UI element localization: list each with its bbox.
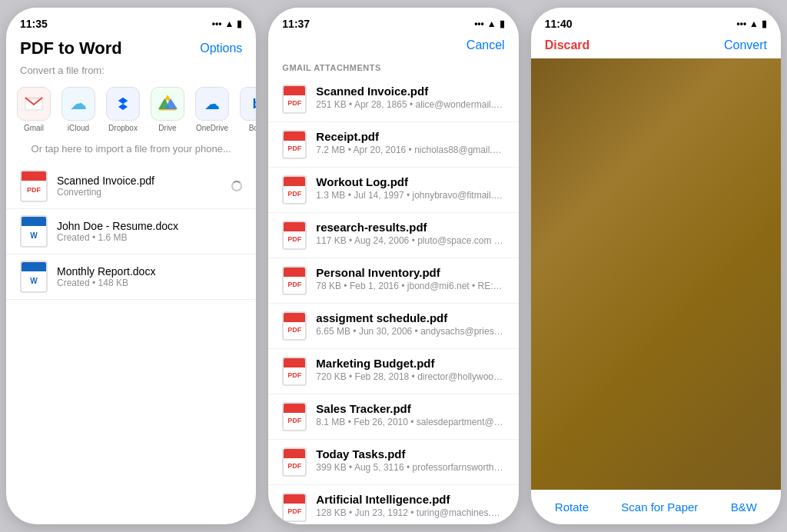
- gmail-info-7: Sales Tracker.pdf 8.1 MB • Feb 26, 2010 …: [316, 402, 504, 427]
- bw-button[interactable]: B&W: [731, 500, 757, 514]
- discard-button[interactable]: Discard: [545, 38, 590, 52]
- converting-spinner: [231, 181, 242, 191]
- source-gmail[interactable]: Gmail: [14, 87, 54, 132]
- signal-icon-3: •••: [736, 18, 746, 29]
- box-label: Bo...: [249, 124, 257, 132]
- gmail-info-5: assigment schedule.pdf 6.65 MB • Jun 30,…: [316, 311, 504, 337]
- status-bar-1: 11:35 ••• ▲ ▮: [6, 8, 256, 35]
- gmail-meta-7: 8.1 MB • Feb 26, 2010 • salesdepartment@…: [316, 417, 504, 427]
- status-bar-3: 11:40 ••• ▲ ▮: [531, 8, 781, 35]
- screen1-subtitle: Convert a file from:: [6, 65, 256, 84]
- scan-paper-button[interactable]: Scan for Paper: [621, 500, 698, 514]
- screen2-nav: Cancel: [268, 35, 518, 58]
- pdf-icon-g3: PDF: [282, 221, 307, 250]
- status-icons-2: ••• ▲ ▮: [474, 18, 505, 29]
- box-icon: b: [240, 87, 256, 121]
- time-1: 11:35: [20, 18, 48, 30]
- gmail-section-header: GMAIL ATTACHMENTS: [268, 58, 518, 77]
- pdf-icon-0: PDF: [20, 170, 48, 202]
- options-button[interactable]: Options: [200, 42, 242, 55]
- gmail-meta-2: 1.3 MB • Jul 14, 1997 • johnybravo@fitma…: [316, 190, 504, 201]
- pdf-icon-g0: PDF: [282, 85, 307, 114]
- gmail-meta-1: 7.2 MB • Apr 20, 2016 • nicholas88@gmail…: [316, 145, 504, 155]
- gmail-file-3[interactable]: PDF research-results.pdf 117 KB • Aug 24…: [268, 213, 518, 258]
- gmail-file-8[interactable]: PDF Today Tasks.pdf 399 KB • Aug 5, 3116…: [268, 440, 518, 485]
- gmail-meta-0: 251 KB • Apr 28, 1865 • alice@wondermail…: [316, 99, 504, 110]
- drive-label: Drive: [158, 124, 176, 132]
- pdf-icon-g8: PDF: [282, 447, 307, 477]
- import-text[interactable]: Or tap here to import a file from your p…: [6, 143, 256, 164]
- document-preview: PROJECT PROPOSAL James Kennedy November …: [531, 58, 781, 490]
- gmail-info-0: Scanned Invoice.pdf 251 KB • Apr 28, 186…: [316, 85, 504, 110]
- status-icons-1: ••• ▲ ▮: [212, 18, 243, 29]
- status-icons-3: ••• ▲ ▮: [736, 18, 767, 29]
- file-name-0: Scanned Invoice.pdf: [57, 175, 222, 187]
- gmail-file-5[interactable]: PDF assigment schedule.pdf 6.65 MB • Jun…: [268, 304, 518, 349]
- status-bar-2: 11:37 ••• ▲ ▮: [268, 8, 518, 35]
- source-icloud[interactable]: ☁ iCloud: [58, 87, 98, 132]
- time-2: 11:37: [282, 18, 310, 30]
- gmail-name-6: Marketing Budget.pdf: [316, 357, 504, 370]
- file-meta-0: Converting: [57, 187, 222, 198]
- pdf-icon-g9: PDF: [282, 493, 307, 522]
- onedrive-label: OneDrive: [196, 124, 228, 132]
- battery-icon-2: ▮: [500, 18, 505, 29]
- gmail-file-9[interactable]: PDF Artificial Intelligence.pdf 128 KB •…: [268, 485, 518, 524]
- screen1-title: PDF to Word: [20, 38, 122, 58]
- gmail-info-9: Artificial Intelligence.pdf 128 KB • Jun…: [316, 493, 504, 518]
- word-icon-1: W: [20, 215, 48, 248]
- pdf-icon-g7: PDF: [282, 402, 307, 431]
- gmail-label: Gmail: [24, 124, 44, 132]
- file-item-2[interactable]: W Monthly Report.docx Created • 148 KB: [6, 254, 256, 300]
- gmail-meta-8: 399 KB • Aug 5, 3116 • professorfarnswor…: [316, 462, 504, 473]
- source-dropbox[interactable]: Dropbox: [103, 87, 143, 132]
- pdf-icon-g6: PDF: [282, 357, 307, 386]
- drive-icon: [151, 87, 184, 121]
- cancel-button[interactable]: Cancel: [467, 38, 505, 52]
- screen3-scan-view: 11:40 ••• ▲ ▮ Discard Convert PROJECT PR…: [531, 8, 781, 524]
- pdf-icon-g5: PDF: [282, 311, 307, 341]
- screen3-nav: Discard Convert: [531, 35, 781, 58]
- onedrive-icon: ☁: [195, 87, 229, 121]
- file-info-1: John Doe - Resume.docx Created • 1.6 MB: [57, 220, 242, 243]
- gmail-info-1: Receipt.pdf 7.2 MB • Apr 20, 2016 • nich…: [316, 130, 504, 155]
- pdf-icon-g1: PDF: [282, 130, 307, 159]
- svg-marker-2: [118, 98, 128, 104]
- file-name-2: Monthly Report.docx: [57, 265, 242, 278]
- battery-icon: ▮: [237, 18, 242, 29]
- time-3: 11:40: [545, 18, 573, 30]
- gmail-file-0[interactable]: PDF Scanned Invoice.pdf 251 KB • Apr 28,…: [268, 77, 518, 122]
- source-drive[interactable]: Drive: [148, 87, 188, 132]
- file-info-0: Scanned Invoice.pdf Converting: [57, 175, 222, 198]
- dropbox-label: Dropbox: [108, 124, 138, 132]
- gmail-info-2: Workout Log.pdf 1.3 MB • Jul 14, 1997 • …: [316, 175, 504, 201]
- wifi-icon-3: ▲: [749, 18, 759, 29]
- gmail-info-3: research-results.pdf 117 KB • Aug 24, 20…: [316, 221, 504, 246]
- gmail-file-7[interactable]: PDF Sales Tracker.pdf 8.1 MB • Feb 26, 2…: [268, 394, 518, 440]
- gmail-file-1[interactable]: PDF Receipt.pdf 7.2 MB • Apr 20, 2016 • …: [268, 122, 518, 168]
- gmail-name-4: Personal Inventory.pdf: [316, 266, 504, 279]
- file-info-2: Monthly Report.docx Created • 148 KB: [57, 265, 242, 288]
- gmail-file-4[interactable]: PDF Personal Inventory.pdf 78 KB • Feb 1…: [268, 258, 518, 304]
- file-item-1[interactable]: W John Doe - Resume.docx Created • 1.6 M…: [6, 209, 256, 254]
- gmail-name-9: Artificial Intelligence.pdf: [316, 493, 504, 506]
- gmail-name-7: Sales Tracker.pdf: [316, 402, 504, 415]
- file-list: PDF Scanned Invoice.pdf Converting W Joh…: [6, 164, 256, 524]
- rotate-button[interactable]: Rotate: [555, 500, 589, 514]
- source-box[interactable]: b Bo...: [237, 87, 256, 132]
- battery-icon-3: ▮: [762, 18, 767, 29]
- gmail-name-5: assigment schedule.pdf: [316, 311, 504, 324]
- source-onedrive[interactable]: ☁ OneDrive: [192, 87, 232, 132]
- file-name-1: John Doe - Resume.docx: [57, 220, 242, 232]
- gmail-file-2[interactable]: PDF Workout Log.pdf 1.3 MB • Jul 14, 199…: [268, 168, 518, 213]
- gmail-name-0: Scanned Invoice.pdf: [316, 85, 504, 98]
- convert-button[interactable]: Convert: [724, 38, 767, 52]
- file-meta-2: Created • 148 KB: [57, 278, 242, 288]
- pdf-icon-g2: PDF: [282, 175, 307, 204]
- gmail-meta-4: 78 KB • Feb 1, 2016 • jbond@mi6.net • RE…: [316, 281, 504, 291]
- gmail-meta-5: 6.65 MB • Jun 30, 2006 • andysachs@pries…: [316, 326, 504, 337]
- signal-icon: •••: [212, 18, 222, 29]
- icloud-icon: ☁: [61, 87, 95, 121]
- file-item-0[interactable]: PDF Scanned Invoice.pdf Converting: [6, 164, 256, 209]
- gmail-file-6[interactable]: PDF Marketing Budget.pdf 720 KB • Feb 28…: [268, 349, 518, 394]
